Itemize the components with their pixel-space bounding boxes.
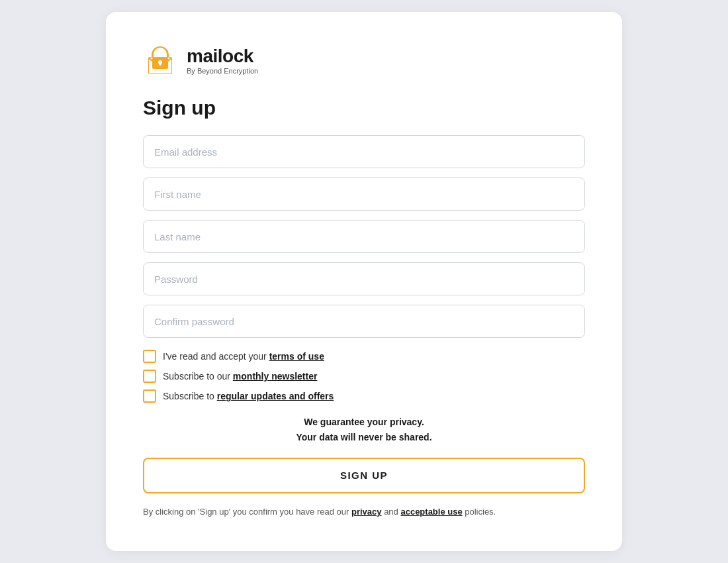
updates-label: Subscribe to regular updates and offers [163,391,334,401]
acceptable-use-link[interactable]: acceptable use [400,507,462,517]
checkboxes-group: I've read and accept your terms of use S… [143,350,585,403]
firstname-input[interactable] [143,178,585,211]
newsletter-checkbox[interactable] [143,370,156,383]
lastname-group [143,220,585,253]
privacy-line2: Your data will never be shared. [143,430,585,444]
updates-checkbox[interactable] [143,389,156,403]
footer-text: By clicking on 'Sign up' you confirm you… [143,505,585,519]
privacy-link[interactable]: privacy [351,507,382,517]
terms-checkbox[interactable] [143,350,156,363]
firstname-group [143,178,585,211]
confirm-password-input[interactable] [143,305,585,338]
footer-text-before: By clicking on 'Sign up' you confirm you… [143,507,351,517]
svg-rect-3 [159,63,161,66]
privacy-guarantee: We guarantee your privacy. Your data wil… [143,415,585,444]
updates-link[interactable]: regular updates and offers [217,391,334,401]
password-input[interactable] [143,262,585,295]
page-title: Sign up [143,97,585,119]
footer-text-mid: and [382,507,401,517]
newsletter-link[interactable]: monthly newsletter [233,371,318,382]
privacy-line1: We guarantee your privacy. [143,415,585,429]
email-group [143,135,585,168]
signup-card: mailock By Beyond Encryption Sign up I'v… [106,12,622,551]
newsletter-label: Subscribe to our monthly newsletter [163,371,317,382]
logo-text: mailock By Beyond Encryption [187,47,258,75]
brand-name: mailock [187,47,258,66]
signup-button[interactable]: SIGN UP [143,458,585,493]
brand-tagline: By Beyond Encryption [187,67,258,75]
newsletter-row: Subscribe to our monthly newsletter [143,370,585,383]
email-input[interactable] [143,135,585,168]
terms-label: I've read and accept your terms of use [163,351,324,362]
lastname-input[interactable] [143,220,585,253]
mailock-logo-icon [143,44,177,78]
confirm-password-group [143,305,585,338]
updates-row: Subscribe to regular updates and offers [143,389,585,403]
password-group [143,262,585,295]
terms-row: I've read and accept your terms of use [143,350,585,363]
footer-text-after: policies. [463,507,496,517]
logo-area: mailock By Beyond Encryption [143,44,585,78]
terms-link[interactable]: terms of use [269,351,324,362]
